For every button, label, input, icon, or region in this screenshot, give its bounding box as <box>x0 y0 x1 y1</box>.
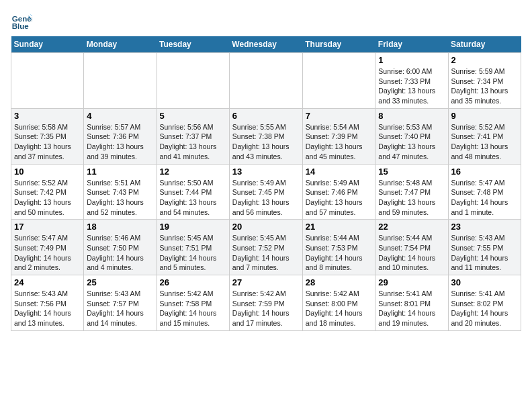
header: General Blue <box>11 11 521 32</box>
calendar-cell: 7Sunrise: 5:54 AM Sunset: 7:39 PM Daylig… <box>302 108 375 164</box>
day-number: 22 <box>378 222 445 232</box>
day-info: Sunrise: 5:45 AM Sunset: 7:51 PM Dayligh… <box>160 233 226 273</box>
day-number: 30 <box>451 277 519 287</box>
weekday-header-wednesday: Wednesday <box>229 36 302 53</box>
day-info: Sunrise: 5:42 AM Sunset: 7:58 PM Dayligh… <box>160 289 226 328</box>
day-info: Sunrise: 5:44 AM Sunset: 7:53 PM Dayligh… <box>306 233 373 273</box>
day-info: Sunrise: 5:55 AM Sunset: 7:38 PM Dayligh… <box>232 122 300 162</box>
day-info: Sunrise: 5:54 AM Sunset: 7:39 PM Dayligh… <box>306 122 373 162</box>
weekday-header-saturday: Saturday <box>448 36 521 53</box>
calendar-cell: 3Sunrise: 5:58 AM Sunset: 7:35 PM Daylig… <box>11 108 84 164</box>
day-info: Sunrise: 5:47 AM Sunset: 7:49 PM Dayligh… <box>14 233 81 273</box>
day-number: 27 <box>232 277 300 287</box>
day-number: 6 <box>232 111 300 121</box>
day-info: Sunrise: 5:46 AM Sunset: 7:50 PM Dayligh… <box>87 233 153 273</box>
calendar-cell: 23Sunrise: 5:43 AM Sunset: 7:55 PM Dayli… <box>448 220 521 275</box>
logo-icon: General Blue <box>11 11 32 32</box>
day-info: Sunrise: 5:59 AM Sunset: 7:34 PM Dayligh… <box>451 66 519 106</box>
day-info: Sunrise: 5:47 AM Sunset: 7:48 PM Dayligh… <box>451 178 519 218</box>
day-info: Sunrise: 5:51 AM Sunset: 7:43 PM Dayligh… <box>87 178 153 218</box>
day-info: Sunrise: 5:41 AM Sunset: 8:02 PM Dayligh… <box>451 289 519 328</box>
day-info: Sunrise: 5:42 AM Sunset: 7:59 PM Dayligh… <box>232 289 300 328</box>
day-info: Sunrise: 5:50 AM Sunset: 7:44 PM Dayligh… <box>160 178 226 218</box>
calendar-cell: 19Sunrise: 5:45 AM Sunset: 7:51 PM Dayli… <box>157 220 229 275</box>
day-number: 14 <box>306 167 373 177</box>
day-info: Sunrise: 5:42 AM Sunset: 8:00 PM Dayligh… <box>306 289 373 328</box>
day-number: 21 <box>306 222 373 232</box>
day-info: Sunrise: 5:53 AM Sunset: 7:40 PM Dayligh… <box>378 122 445 162</box>
weekday-header-tuesday: Tuesday <box>157 36 229 53</box>
day-info: Sunrise: 5:57 AM Sunset: 7:36 PM Dayligh… <box>87 122 153 162</box>
day-info: Sunrise: 5:44 AM Sunset: 7:54 PM Dayligh… <box>378 233 445 273</box>
calendar-cell: 10Sunrise: 5:52 AM Sunset: 7:42 PM Dayli… <box>11 164 84 220</box>
day-info: Sunrise: 5:43 AM Sunset: 7:55 PM Dayligh… <box>451 233 519 273</box>
calendar-cell: 5Sunrise: 5:56 AM Sunset: 7:37 PM Daylig… <box>157 108 229 164</box>
day-number: 19 <box>160 222 226 232</box>
day-info: Sunrise: 5:49 AM Sunset: 7:45 PM Dayligh… <box>232 178 300 218</box>
day-info: Sunrise: 5:43 AM Sunset: 7:57 PM Dayligh… <box>87 289 153 328</box>
calendar-cell: 27Sunrise: 5:42 AM Sunset: 7:59 PM Dayli… <box>229 275 302 331</box>
day-number: 17 <box>14 222 81 232</box>
calendar-cell: 9Sunrise: 5:52 AM Sunset: 7:41 PM Daylig… <box>448 108 521 164</box>
day-number: 12 <box>160 167 226 177</box>
day-number: 26 <box>160 277 226 287</box>
calendar-cell <box>229 53 302 109</box>
day-info: Sunrise: 5:58 AM Sunset: 7:35 PM Dayligh… <box>14 122 81 162</box>
day-info: Sunrise: 5:52 AM Sunset: 7:42 PM Dayligh… <box>14 178 81 218</box>
day-info: Sunrise: 5:41 AM Sunset: 8:01 PM Dayligh… <box>378 289 445 328</box>
calendar-cell: 16Sunrise: 5:47 AM Sunset: 7:48 PM Dayli… <box>448 164 521 220</box>
svg-text:Blue: Blue <box>12 22 30 30</box>
day-info: Sunrise: 5:48 AM Sunset: 7:47 PM Dayligh… <box>378 178 445 218</box>
day-info: Sunrise: 5:45 AM Sunset: 7:52 PM Dayligh… <box>232 233 300 273</box>
weekday-header-sunday: Sunday <box>11 36 84 53</box>
day-number: 20 <box>232 222 300 232</box>
calendar-cell: 12Sunrise: 5:50 AM Sunset: 7:44 PM Dayli… <box>157 164 229 220</box>
calendar-cell: 11Sunrise: 5:51 AM Sunset: 7:43 PM Dayli… <box>84 164 157 220</box>
day-number: 8 <box>378 111 445 121</box>
day-number: 9 <box>451 111 519 121</box>
calendar-cell: 17Sunrise: 5:47 AM Sunset: 7:49 PM Dayli… <box>11 220 84 275</box>
day-number: 25 <box>87 277 153 287</box>
day-info: Sunrise: 5:49 AM Sunset: 7:46 PM Dayligh… <box>306 178 373 218</box>
weekday-header-monday: Monday <box>84 36 157 53</box>
day-number: 16 <box>451 167 519 177</box>
calendar-cell: 30Sunrise: 5:41 AM Sunset: 8:02 PM Dayli… <box>448 275 521 331</box>
day-number: 24 <box>14 277 81 287</box>
day-info: Sunrise: 5:43 AM Sunset: 7:56 PM Dayligh… <box>14 289 81 328</box>
calendar-cell: 18Sunrise: 5:46 AM Sunset: 7:50 PM Dayli… <box>84 220 157 275</box>
day-number: 13 <box>232 167 300 177</box>
day-number: 7 <box>306 111 373 121</box>
calendar-cell: 22Sunrise: 5:44 AM Sunset: 7:54 PM Dayli… <box>375 220 448 275</box>
day-number: 2 <box>451 55 519 65</box>
calendar-cell <box>302 53 375 109</box>
day-number: 4 <box>87 111 153 121</box>
day-number: 11 <box>87 167 153 177</box>
calendar-cell: 13Sunrise: 5:49 AM Sunset: 7:45 PM Dayli… <box>229 164 302 220</box>
calendar-cell: 8Sunrise: 5:53 AM Sunset: 7:40 PM Daylig… <box>375 108 448 164</box>
calendar-cell: 14Sunrise: 5:49 AM Sunset: 7:46 PM Dayli… <box>302 164 375 220</box>
logo: General Blue <box>11 11 35 32</box>
calendar-table: SundayMondayTuesdayWednesdayThursdayFrid… <box>11 36 521 331</box>
day-info: Sunrise: 5:56 AM Sunset: 7:37 PM Dayligh… <box>160 122 226 162</box>
day-info: Sunrise: 5:52 AM Sunset: 7:41 PM Dayligh… <box>451 122 519 162</box>
day-info: Sunrise: 6:00 AM Sunset: 7:33 PM Dayligh… <box>378 66 445 106</box>
calendar-cell <box>84 53 157 109</box>
calendar-cell: 24Sunrise: 5:43 AM Sunset: 7:56 PM Dayli… <box>11 275 84 331</box>
day-number: 5 <box>160 111 226 121</box>
day-number: 3 <box>14 111 81 121</box>
day-number: 23 <box>451 222 519 232</box>
calendar-cell: 25Sunrise: 5:43 AM Sunset: 7:57 PM Dayli… <box>84 275 157 331</box>
calendar-cell: 15Sunrise: 5:48 AM Sunset: 7:47 PM Dayli… <box>375 164 448 220</box>
day-number: 1 <box>378 55 445 65</box>
day-number: 28 <box>306 277 373 287</box>
calendar-cell: 21Sunrise: 5:44 AM Sunset: 7:53 PM Dayli… <box>302 220 375 275</box>
calendar-cell <box>11 53 84 109</box>
calendar-cell <box>157 53 229 109</box>
calendar-cell: 2Sunrise: 5:59 AM Sunset: 7:34 PM Daylig… <box>448 53 521 109</box>
weekday-header-friday: Friday <box>375 36 448 53</box>
day-number: 29 <box>378 277 445 287</box>
calendar-cell: 20Sunrise: 5:45 AM Sunset: 7:52 PM Dayli… <box>229 220 302 275</box>
calendar-cell: 4Sunrise: 5:57 AM Sunset: 7:36 PM Daylig… <box>84 108 157 164</box>
day-number: 18 <box>87 222 153 232</box>
calendar-cell: 1Sunrise: 6:00 AM Sunset: 7:33 PM Daylig… <box>375 53 448 109</box>
